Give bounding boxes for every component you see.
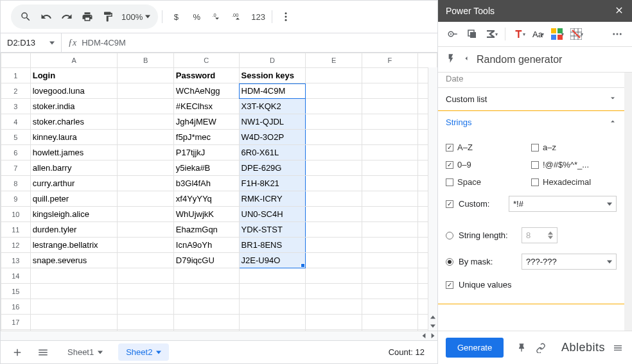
sum-dropdown-icon[interactable]: ▾ [483, 26, 500, 42]
svg-point-3 [285, 16, 286, 18]
horizontal-scrollbar[interactable] [1, 331, 437, 340]
svg-point-14 [613, 33, 615, 35]
all-sheets-button[interactable] [34, 343, 52, 361]
svg-text:.0: .0 [213, 12, 216, 18]
add-sheet-button[interactable] [8, 343, 26, 361]
menu-icon[interactable] [611, 342, 624, 354]
radio-string-length[interactable] [446, 232, 453, 239]
section-custom-list[interactable]: Custom list [438, 88, 624, 110]
col-header[interactable]: E [306, 53, 362, 68]
chevron-up-icon [609, 117, 617, 127]
string-length-input[interactable]: 8 [522, 227, 557, 243]
radio-by-mask[interactable] [446, 258, 453, 266]
toolbar: 100% $ % .0 .00 123 [1, 1, 437, 33]
generator-title: Random generator [477, 54, 562, 65]
svg-point-2 [285, 12, 286, 14]
close-icon[interactable] [614, 5, 624, 17]
zoom-dropdown[interactable]: 100% [119, 12, 153, 22]
section-strings[interactable]: Strings [438, 111, 624, 134]
clear-icon[interactable]: ▾ [568, 26, 585, 42]
section-date-partial[interactable]: Date [438, 73, 624, 87]
svg-rect-11 [551, 35, 556, 40]
col-header[interactable]: D [239, 53, 306, 68]
col-header[interactable]: C [173, 53, 239, 68]
name-box[interactable]: D2:D13 [1, 33, 62, 52]
formula-bar[interactable]: HDM-4C9M [82, 38, 126, 48]
custom-chars-input[interactable]: *!# [509, 196, 617, 212]
svg-point-15 [617, 33, 619, 35]
fx-icon: ƒx [68, 38, 76, 48]
percent-icon[interactable]: % [187, 7, 206, 26]
check-space[interactable]: Space [446, 173, 531, 191]
sidebar-toolbar: ▾ ▾ Aa▾ ▾ ▾ [438, 22, 632, 47]
col-header[interactable]: A [30, 53, 118, 68]
smart-toolbar-icon[interactable] [444, 26, 461, 42]
svg-point-6 [450, 33, 452, 35]
case-icon[interactable]: Aa▾ [530, 26, 547, 42]
link-icon[interactable] [534, 342, 547, 354]
undo-icon[interactable] [37, 7, 56, 26]
svg-rect-9 [551, 28, 556, 33]
check-hex[interactable]: Hexadecimal [531, 173, 617, 191]
currency-icon[interactable]: $ [166, 7, 186, 26]
print-icon[interactable] [78, 7, 97, 26]
back-icon[interactable] [462, 55, 470, 64]
paint-format-icon[interactable] [98, 7, 118, 26]
more-tools-icon[interactable] [609, 26, 626, 42]
sidebar-title: Power Tools [446, 6, 495, 16]
sheet-tab[interactable]: Sheet1 [60, 343, 110, 361]
sheet-tab-active[interactable]: Sheet2 [118, 343, 169, 361]
chevron-down-icon [609, 94, 617, 104]
dedupe-icon[interactable] [464, 26, 480, 42]
check-custom[interactable] [446, 200, 453, 208]
more-formats-dropdown[interactable]: 123 [249, 12, 268, 22]
svg-text:.00: .00 [232, 12, 238, 18]
generate-button[interactable]: Generate [446, 338, 504, 358]
mask-input[interactable]: ???-??? [522, 254, 617, 270]
check-az[interactable]: a–z [531, 139, 617, 156]
check-digits[interactable]: 0–9 [446, 156, 531, 173]
col-header[interactable]: F [362, 53, 417, 68]
split-icon[interactable]: ▾ [549, 26, 566, 42]
increase-decimal-icon[interactable]: .00 [228, 7, 247, 26]
redo-icon[interactable] [57, 7, 76, 26]
svg-point-16 [620, 33, 622, 35]
selection-handle[interactable] [301, 263, 305, 268]
svg-point-4 [285, 19, 286, 21]
text-tools-icon[interactable]: ▾ [511, 26, 527, 42]
pin-icon[interactable] [515, 342, 528, 354]
check-symbols[interactable]: !@#$%^*_... [531, 156, 617, 173]
search-icon[interactable] [16, 7, 35, 26]
bolt-icon [446, 53, 456, 65]
svg-rect-8 [470, 32, 476, 38]
col-header[interactable]: B [118, 53, 173, 68]
spreadsheet-grid[interactable]: A B C D E F 1 Login Password Session key… [1, 53, 437, 331]
check-AZ[interactable]: A–Z [446, 139, 531, 156]
check-unique[interactable] [446, 281, 453, 289]
brand-label: Ablebits [561, 341, 605, 354]
status-count: Count: 12 [389, 347, 430, 357]
vertical-scrollbar[interactable] [428, 67, 437, 331]
decrease-decimal-icon[interactable]: .0 [207, 7, 227, 26]
more-icon[interactable] [276, 7, 295, 26]
